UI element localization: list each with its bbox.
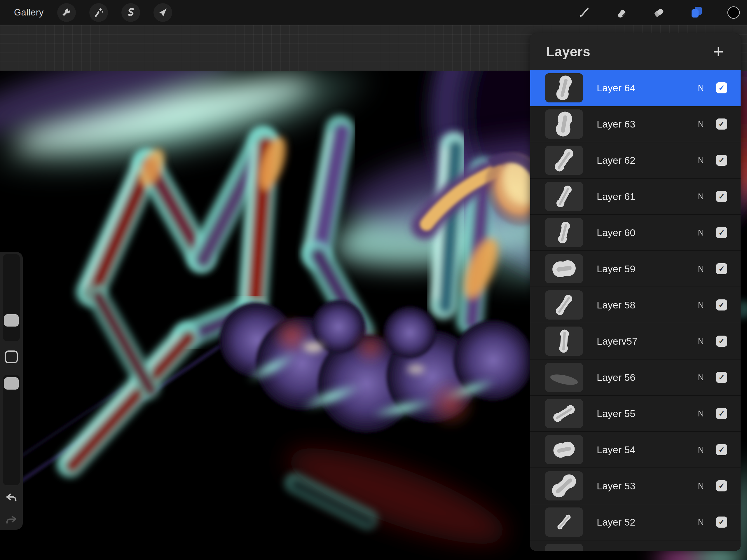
- layer-row[interactable]: Layerv57 N ✓: [530, 323, 741, 359]
- color-button[interactable]: [724, 3, 743, 22]
- layer-visibility-checkbox[interactable]: ✓: [716, 336, 727, 347]
- layer-row[interactable]: Layer 58 N ✓: [530, 287, 741, 323]
- opacity-slider[interactable]: [3, 375, 20, 485]
- adjustments-button[interactable]: [89, 3, 108, 22]
- layer-thumbnail: [545, 254, 583, 283]
- layer-thumbnail-image: [545, 327, 583, 356]
- layer-thumbnail-image: [545, 218, 583, 247]
- layer-thumbnail-image: [545, 544, 583, 551]
- transform-arrow-icon: [157, 7, 169, 18]
- layer-blend-mode-button[interactable]: N: [694, 215, 708, 250]
- layer-thumbnail: [545, 109, 583, 138]
- layer-name: Layer 52: [597, 504, 635, 540]
- layer-blend-mode-button[interactable]: N: [694, 70, 708, 106]
- actions-button[interactable]: [57, 3, 76, 22]
- add-layer-button[interactable]: +: [707, 33, 730, 70]
- wrench-icon: [61, 7, 72, 18]
- layer-visibility-checkbox[interactable]: ✓: [716, 444, 727, 455]
- layer-row[interactable]: Layer 60 N ✓: [530, 215, 741, 251]
- layer-visibility-checkbox[interactable]: ✓: [716, 299, 727, 310]
- layers-panel: Layers + Layer 64 N ✓ Layer 63 N ✓ Layer…: [530, 33, 741, 551]
- layer-visibility-checkbox[interactable]: ✓: [716, 155, 727, 166]
- layer-row[interactable]: Layer 53 N ✓: [530, 468, 741, 504]
- layer-row[interactable]: Layer 62 N ✓: [530, 143, 741, 179]
- layer-row[interactable]: Layer 55 N ✓: [530, 396, 741, 432]
- layer-name: Layer 53: [597, 468, 635, 504]
- layer-row[interactable]: Layer 61 N ✓: [530, 179, 741, 215]
- checkmark-icon: ✓: [718, 229, 725, 236]
- layer-thumbnail: [545, 399, 583, 428]
- layer-name: Layer 64: [597, 70, 635, 106]
- layer-visibility-checkbox[interactable]: ✓: [716, 372, 727, 383]
- checkmark-icon: ✓: [718, 301, 725, 309]
- layer-row[interactable]: Layer 63 N ✓: [530, 106, 741, 143]
- gallery-button[interactable]: Gallery: [14, 7, 44, 18]
- checkmark-icon: ✓: [718, 337, 725, 345]
- layer-visibility-checkbox[interactable]: ✓: [716, 480, 727, 491]
- layer-blend-mode-button[interactable]: N: [694, 396, 708, 431]
- layers-list: Layer 64 N ✓ Layer 63 N ✓ Layer 62 N ✓ L…: [530, 70, 741, 551]
- layer-row[interactable]: Layer 52 N ✓: [530, 504, 741, 540]
- layer-thumbnail: [545, 435, 583, 464]
- layer-visibility-checkbox[interactable]: ✓: [716, 263, 727, 274]
- layers-panel-title: Layers: [546, 33, 590, 70]
- layer-row[interactable]: ✓: [530, 540, 741, 551]
- layer-visibility-checkbox[interactable]: ✓: [716, 82, 727, 93]
- layer-thumbnail-image: [545, 109, 583, 138]
- layer-thumbnail: [545, 218, 583, 247]
- layer-row[interactable]: Layer 56 N ✓: [530, 359, 741, 396]
- layer-name: Layer 61: [597, 179, 635, 214]
- transform-button[interactable]: [153, 3, 172, 22]
- smudge-button[interactable]: [612, 3, 631, 22]
- layer-blend-mode-button[interactable]: N: [694, 432, 708, 467]
- modify-button[interactable]: [5, 351, 18, 363]
- layer-visibility-checkbox[interactable]: ✓: [716, 227, 727, 238]
- layer-blend-mode-button[interactable]: [694, 540, 708, 551]
- checkmark-icon: ✓: [718, 156, 725, 164]
- layer-thumbnail: [545, 290, 583, 320]
- layer-thumbnail: [545, 327, 583, 356]
- layer-blend-mode-button[interactable]: N: [694, 468, 708, 504]
- selection-icon: [125, 7, 136, 18]
- checkmark-icon: ✓: [718, 193, 725, 200]
- layer-visibility-checkbox[interactable]: ✓: [716, 516, 727, 528]
- brush-size-slider[interactable]: [3, 254, 20, 341]
- layer-thumbnail-image: [545, 290, 583, 320]
- layer-thumbnail: [545, 146, 583, 175]
- layer-blend-mode-button[interactable]: N: [694, 287, 708, 323]
- layer-visibility-checkbox[interactable]: ✓: [716, 408, 727, 419]
- layer-blend-mode-button[interactable]: N: [694, 251, 708, 286]
- layer-thumbnail: [545, 471, 583, 501]
- layer-visibility-checkbox[interactable]: ✓: [716, 119, 727, 130]
- checkmark-icon: ✓: [718, 120, 725, 128]
- selection-button[interactable]: [121, 3, 140, 22]
- redo-icon: [5, 514, 18, 527]
- brush-button[interactable]: [575, 3, 594, 22]
- layer-blend-mode-button[interactable]: N: [694, 179, 708, 214]
- redo-button[interactable]: [5, 514, 18, 529]
- layer-blend-mode-button[interactable]: N: [694, 143, 708, 178]
- layer-blend-mode-button[interactable]: N: [694, 323, 708, 359]
- opacity-handle[interactable]: [4, 377, 19, 389]
- layer-thumbnail-image: [545, 507, 583, 537]
- undo-button[interactable]: [5, 492, 18, 506]
- layer-row[interactable]: Layer 59 N ✓: [530, 251, 741, 287]
- layer-name: Layer 55: [597, 396, 635, 431]
- layers-button[interactable]: [687, 3, 705, 22]
- checkmark-icon: ✓: [718, 84, 725, 92]
- layer-visibility-checkbox[interactable]: ✓: [716, 191, 727, 202]
- layer-name: Layer 56: [597, 359, 635, 395]
- brush-size-handle[interactable]: [4, 314, 19, 327]
- layer-row[interactable]: Layer 64 N ✓: [530, 70, 741, 106]
- layer-thumbnail-image: [545, 146, 583, 175]
- layer-name: Layer 58: [597, 287, 635, 323]
- checkmark-icon: ✓: [718, 374, 725, 381]
- layer-blend-mode-button[interactable]: N: [694, 504, 708, 540]
- layer-blend-mode-button[interactable]: N: [694, 106, 708, 142]
- layer-row[interactable]: Layer 54 N ✓: [530, 432, 741, 468]
- layer-thumbnail-image: [545, 471, 583, 501]
- layer-blend-mode-button[interactable]: N: [694, 359, 708, 395]
- eraser-button[interactable]: [649, 3, 668, 22]
- layer-thumbnail: [545, 363, 583, 392]
- layer-name: Layer 62: [597, 143, 635, 178]
